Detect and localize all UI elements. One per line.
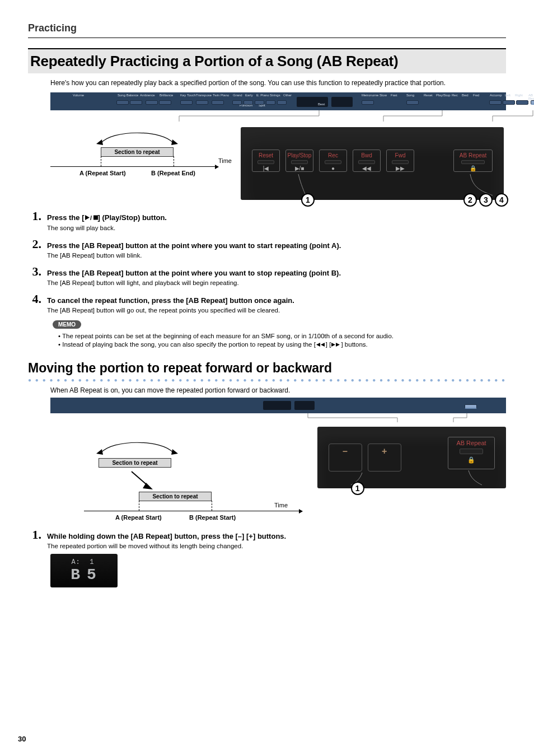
minus-icon: –	[343, 446, 348, 456]
panel-button	[362, 100, 374, 105]
step-text: Press the [AB Repeat] button at the poin…	[47, 269, 341, 277]
plus-button-illustration: +	[368, 444, 401, 472]
step-1: 1. Press the [/] (Play/Stop) button. The…	[28, 209, 506, 231]
subsection-intro: When AB Repeat is on, you can move the r…	[50, 386, 506, 394]
panel-label: Play/Stop	[436, 94, 451, 97]
rewind-icon	[316, 342, 326, 348]
ab-repeat-button-illustration: AB Repeat 🔒	[448, 437, 495, 469]
step-text: Press the [AB Repeat] button at the poin…	[47, 241, 341, 250]
step-text: While holding down the [AB Repeat] butto…	[47, 532, 286, 540]
button-label: AB Repeat	[456, 440, 486, 446]
button-label: Play/Stop	[288, 152, 312, 158]
panel-button	[243, 100, 253, 105]
panel-button	[516, 100, 528, 105]
panel-button	[180, 100, 193, 105]
button-label: Bwd	[361, 152, 372, 158]
step-4: 4. To cancel the repeat function, press …	[28, 292, 506, 314]
svg-marker-7	[321, 343, 325, 347]
panel-label: Rec	[452, 94, 458, 97]
fast-forward-icon	[331, 342, 341, 348]
lcd-display-illustration: A: B 1 5	[50, 554, 118, 587]
rewind-icon: ◀◀	[362, 165, 371, 171]
button-label: AB Repeat	[460, 152, 486, 158]
section-to-repeat-box: Section to repeat	[101, 147, 174, 157]
lcd-b-label: 1	[90, 558, 94, 566]
panel-button	[232, 100, 242, 105]
step-text: ] (Play/Stop) button.	[97, 213, 166, 222]
memo-item: Instead of playing back the song, you ca…	[58, 341, 506, 348]
step-1: 1. While holding down the [AB Repeat] bu…	[28, 528, 506, 549]
memo-item: The repeat points can be set at the begi…	[58, 333, 506, 339]
dotted-rule: ● ● ● ● ● ● ● ● ● ● ● ● ● ● ● ● ● ● ● ● …	[28, 377, 506, 383]
svg-marker-10	[171, 449, 178, 455]
panel-button	[212, 100, 224, 105]
memo-badge: MEMO	[53, 320, 81, 329]
subsection-heading: Moving the portion to repeat forward or …	[28, 361, 506, 376]
lcd-segment-right	[331, 97, 353, 107]
control-panel-illustration-2	[50, 398, 506, 413]
panel-button	[146, 100, 158, 105]
step-number: 1.	[28, 209, 41, 223]
divider	[28, 38, 506, 38]
svg-marker-0	[171, 139, 178, 145]
timeline-diagram: Section to repeat Time A (Repeat Start) …	[50, 127, 229, 172]
section-to-repeat-box-1: Section to repeat	[99, 458, 171, 468]
time-axis-label: Time	[274, 502, 288, 508]
step-number: 3.	[28, 264, 41, 279]
panel-button	[159, 100, 171, 105]
step-number: 4.	[28, 292, 41, 306]
control-panel-illustration: Volume Song Balance Ambience Brilliance …	[50, 92, 506, 110]
step-text: Press the [	[47, 213, 84, 222]
panel-label: Metronome	[362, 94, 378, 97]
panel-label: Fast	[391, 94, 397, 97]
panel-label: Strings	[270, 94, 280, 97]
play-stop-button-illustration: Play/Stop ▶/■	[285, 150, 313, 172]
panel-label: Reset	[424, 94, 433, 97]
svg-marker-13	[143, 483, 153, 489]
b-repeat-end-label: B (Repeat End)	[151, 170, 195, 176]
svg-marker-11	[96, 449, 103, 455]
lock-icon: 🔒	[467, 456, 475, 464]
intro-paragraph: Here's how you can repeatedly play back …	[50, 79, 506, 87]
panel-label: Bwd	[462, 94, 469, 97]
fwd-button-illustration: Fwd ▶▶	[386, 150, 414, 172]
panel-label: Transpose	[196, 94, 212, 97]
step-sub: The repeated portion will be moved witho…	[47, 543, 506, 549]
step-3: 3. Press the [AB Repeat] button at the p…	[28, 264, 506, 286]
memo-text: ] [	[326, 341, 331, 348]
step-text: To cancel the repeat function, press the…	[47, 296, 294, 305]
panel-label: Slow	[380, 94, 387, 97]
panel-button	[406, 100, 419, 105]
panel-button-abrepeat	[531, 100, 534, 105]
panel-button	[489, 100, 502, 105]
panel-label: Grand	[233, 94, 242, 97]
page-title: Repeatedly Practicing a Portion of a Son…	[30, 53, 500, 70]
play-stop-icon: /	[84, 214, 97, 222]
panel-button	[266, 100, 275, 105]
panel-label: Early	[245, 94, 253, 97]
hardware-photo-transport: Reset |◀ Play/Stop ▶/■ Rec ● Bwd ◀◀ Fwd	[241, 127, 504, 200]
time-axis-label: Time	[218, 157, 232, 164]
svg-marker-9	[336, 343, 340, 347]
callout-4: 4	[495, 193, 508, 207]
button-label: Reset	[259, 152, 273, 158]
rec-icon: ●	[331, 165, 335, 171]
panel-label: Song	[406, 94, 414, 97]
panel-label: Ambience	[140, 94, 155, 97]
memo-text: Instead of playing back the song, you ca…	[62, 341, 316, 348]
panel-label: Key Touch	[180, 94, 196, 97]
panel-label: Beat	[318, 102, 325, 106]
lcd-segment	[263, 401, 291, 410]
a-repeat-start-label: A (Repeat Start)	[79, 170, 126, 176]
plus-icon: +	[382, 446, 387, 456]
steps-list-1: 1. Press the [/] (Play/Stop) button. The…	[28, 209, 506, 314]
ab-repeat-button-illustration: AB Repeat 🔒	[453, 150, 493, 172]
panel-label: Left	[505, 94, 510, 97]
panel-label: Twin Piano	[213, 94, 229, 97]
panel-label: Brilliance	[160, 94, 173, 97]
button-label: Fwd	[395, 152, 406, 158]
b-repeat-start-label: B (Repeat Start)	[189, 514, 236, 521]
lcd-segment	[294, 401, 315, 410]
panel-button	[503, 100, 515, 105]
reset-button-illustration: Reset |◀	[252, 150, 280, 172]
